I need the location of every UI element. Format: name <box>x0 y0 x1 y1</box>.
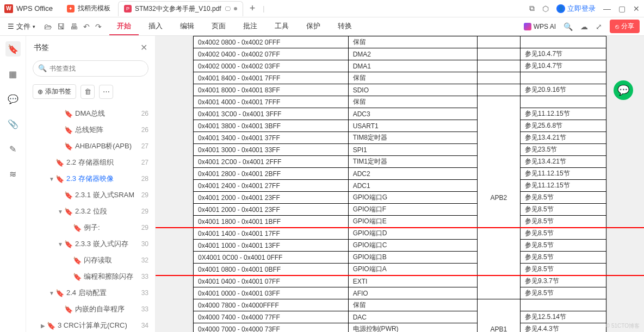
bookmark-search-input[interactable] <box>33 60 148 77</box>
undo-icon[interactable]: ↶ <box>83 22 90 31</box>
menu-tab-批注[interactable]: 批注 <box>236 18 265 35</box>
menu-tab-插入[interactable]: 插入 <box>141 18 170 35</box>
menu-tab-保护[interactable]: 保护 <box>299 18 328 35</box>
bookmark-item[interactable]: ▶🔖3 CRC计算单元(CRC)34 <box>26 317 155 332</box>
bookmark-icon[interactable]: 🔖 <box>5 41 21 57</box>
table-row: 0x4001 1800 - 0x4001 1BFFGPIO端口E参见8.5节 <box>194 216 606 228</box>
search-icon: 🔍 <box>38 64 47 72</box>
ref-cell: 参见11.12.15节 <box>520 168 606 180</box>
bus-cell: APB1 <box>477 299 520 333</box>
bookmark-item[interactable]: 🔖闪存读取32 <box>26 252 155 268</box>
addr-cell: 0x4000 7000 - 0x4000 73FF <box>194 323 349 333</box>
cloud-icon[interactable]: ☁ <box>580 22 588 31</box>
app-logo-icon: W <box>4 4 13 13</box>
menu-tab-转换[interactable]: 转换 <box>330 18 360 35</box>
share-label: 分享 <box>621 22 634 31</box>
bookmark-icon: 🔖 <box>73 224 81 231</box>
close-icon[interactable]: ✕ <box>633 4 640 13</box>
document-tab[interactable]: ✦找稻壳模板 <box>61 1 116 16</box>
menu-tab-开始[interactable]: 开始 <box>109 18 139 35</box>
sidebar-title: 书签 <box>34 43 49 53</box>
file-menu[interactable]: ☰ 文件 ▾ <box>4 22 39 32</box>
bookmark-label: 2.3 存储器映像 <box>66 174 138 184</box>
new-tab-button[interactable]: + <box>245 3 260 14</box>
comment-icon[interactable]: 💬 <box>5 91 21 107</box>
bookmark-item[interactable]: 🔖AHB/APB桥(APB)27 <box>26 138 155 154</box>
addr-cell: 0x4001 3400 - 0x4001 37FF <box>194 132 349 144</box>
bookmark-item[interactable]: 🔖2.3.1 嵌入式SRAM29 <box>26 187 155 203</box>
table-row: 0x4002 0400 - 0x4002 07FFDMA2参见10.4.7节 <box>194 48 606 60</box>
layers-icon[interactable]: ≋ <box>5 166 21 181</box>
bookmark-label: 内嵌的自举程序 <box>75 304 138 314</box>
table-row: 0x4001 2400 - 0x4001 27FFADC1参见11.12.15节 <box>194 180 606 192</box>
addr-cell: 0x4000 7400 - 0x4000 77FF <box>194 311 349 323</box>
menu-tab-编辑[interactable]: 编辑 <box>172 18 202 35</box>
window-copy-icon[interactable]: ⧉ <box>529 4 535 13</box>
redo-icon[interactable]: ↷ <box>95 22 102 31</box>
bookmark-label: 2.3.1 嵌入式SRAM <box>75 190 138 200</box>
name-cell: GPIO端口E <box>348 216 477 228</box>
bookmark-item[interactable]: ▼🔖2.3.2 位段29 <box>26 203 155 220</box>
ref-cell: 参见8.5节 <box>520 204 606 216</box>
ref-cell: 参见8.5节 <box>520 240 606 252</box>
table-row: 0x4001 8000 - 0x4001 83FFSDIO参见20.9.16节 <box>194 84 606 96</box>
minimize-icon[interactable]: — <box>603 4 611 13</box>
menu-tab-工具[interactable]: 工具 <box>267 18 296 35</box>
cube-icon[interactable]: ⬡ <box>542 4 549 13</box>
ref-cell: 参见8.5节 <box>520 264 606 275</box>
tab-modified-dot <box>234 7 237 10</box>
menu-tab-页面[interactable]: 页面 <box>204 18 233 35</box>
login-button[interactable]: 👤 立即登录 <box>556 4 596 14</box>
bookmark-label: 闪存读取 <box>84 255 138 265</box>
bus-cell <box>477 36 520 48</box>
document-tab[interactable]: PSTM32中文参考手册_V10.pdf🖵 <box>118 1 243 16</box>
name-cell: GPIO端口C <box>348 240 477 252</box>
ref-cell: 参见10.4.7节 <box>520 60 606 72</box>
document-area[interactable]: 0x4002 0800 - 0x4002 0FFF保留0x4002 0400 -… <box>156 36 644 332</box>
bookmark-icon: 🔖 <box>64 142 72 150</box>
addr-cell: 0X4001 0C00 - 0x4001 0FFF <box>194 252 349 264</box>
bookmark-item[interactable]: 🔖例子:29 <box>26 220 155 236</box>
expand-icon[interactable]: ⤢ <box>596 22 602 31</box>
wechat-float-icon[interactable]: 💬 <box>614 80 633 100</box>
bookmark-page: 32 <box>141 256 148 264</box>
name-cell: TIM1定时器 <box>348 156 477 168</box>
wps-ai-button[interactable]: WPS AI <box>524 23 556 30</box>
more-icon[interactable]: ⋯ <box>99 85 113 99</box>
add-bookmark-button[interactable]: ⊕ 添加书签 <box>33 84 76 99</box>
table-row: 0x4001 2000 - 0x4001 23FFGPIO端口G参见8.5节 <box>194 192 606 204</box>
edit-icon[interactable]: ✎ <box>5 141 21 156</box>
bookmark-item[interactable]: 🔖2.2 存储器组织27 <box>26 154 155 171</box>
name-cell: GPIO端口B <box>348 252 477 264</box>
bookmark-icon: 🔖 <box>64 126 72 134</box>
search-icon[interactable]: 🔍 <box>564 22 573 31</box>
open-folder-icon[interactable]: 🗁 <box>44 22 52 31</box>
bookmark-item[interactable]: 🔖编程和擦除闪存33 <box>26 268 155 285</box>
bookmark-page: 27 <box>141 159 148 166</box>
name-cell: ADC3 <box>348 108 477 120</box>
bookmark-item[interactable]: 🔖内嵌的自举程序33 <box>26 301 155 317</box>
bookmark-item[interactable]: ▼🔖2.3.3 嵌入式闪存30 <box>26 236 155 252</box>
bookmark-item[interactable]: 🔖总线矩阵26 <box>26 122 155 138</box>
ref-cell: 参见9.3.7节 <box>520 275 606 287</box>
print-icon[interactable]: 🖶 <box>70 22 78 31</box>
attachment-icon[interactable]: 📎 <box>5 116 21 131</box>
caret-icon: ▼ <box>48 290 55 296</box>
addr-cell: 0x4001 0400 - 0x4001 07FF <box>194 275 349 287</box>
thumbnail-icon[interactable]: ▦ <box>5 66 21 82</box>
ref-cell: 参见11.12.15节 <box>520 180 606 192</box>
addr-cell: 0x4001 0000 - 0x4001 03FF <box>194 287 349 299</box>
sidebar-close-icon[interactable]: ✕ <box>140 42 147 53</box>
maximize-icon[interactable]: ▢ <box>618 4 626 13</box>
share-button[interactable]: ⎋ 分享 <box>610 20 640 33</box>
bookmark-item[interactable]: 🔖DMA总线26 <box>26 105 155 122</box>
addr-cell: 0x4001 8400 - 0x4001 7FFF <box>194 72 349 84</box>
delete-icon[interactable]: 🗑 <box>81 85 95 99</box>
bookmark-item[interactable]: ▼🔖2.3 存储器映像28 <box>26 171 155 187</box>
name-cell: ADC2 <box>348 168 477 180</box>
name-cell: EXTI <box>348 275 477 287</box>
save-icon[interactable]: 🖫 <box>57 22 65 31</box>
bookmark-item[interactable]: ▼🔖2.4 启动配置33 <box>26 285 155 301</box>
bookmark-tree: 🔖DMA总线26🔖总线矩阵26🔖AHB/APB桥(APB)27🔖2.2 存储器组… <box>26 103 155 332</box>
app-name: WPS Office <box>16 4 53 12</box>
